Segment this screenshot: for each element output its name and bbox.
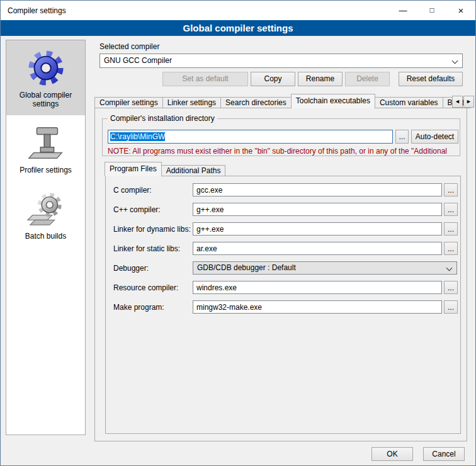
make-program-label: Make program:: [113, 303, 191, 312]
linker-dynamic-label: Linker for dynamic libs:: [113, 225, 191, 234]
maximize-button[interactable]: □: [417, 1, 446, 20]
c-compiler-input[interactable]: [193, 183, 442, 196]
compiler-settings-window: Compiler settings — □ × Global compiler …: [0, 0, 476, 466]
debugger-label: Debugger:: [113, 264, 191, 273]
linker-static-input[interactable]: [193, 242, 442, 255]
sidebar-item-label: Batch builds: [25, 232, 66, 241]
c-compiler-label: C compiler:: [113, 186, 191, 195]
linker-static-label: Linker for static libs:: [113, 244, 191, 253]
rename-button[interactable]: Rename: [298, 72, 343, 86]
sidebar-item-label: Profiler settings: [20, 166, 72, 174]
chevron-down-icon: [452, 58, 458, 64]
reset-defaults-button[interactable]: Reset defaults: [399, 72, 463, 86]
linker-static-browse-button[interactable]: ...: [444, 242, 458, 255]
set-as-default-button: Set as default: [162, 72, 248, 86]
sidebar-item-profiler-settings[interactable]: Profiler settings: [6, 115, 85, 181]
profiler-icon: [26, 123, 65, 162]
selected-compiler-label: Selected compiler: [99, 42, 159, 51]
installation-directory-groupbox: Compiler's installation directory C:\ray…: [102, 118, 460, 156]
close-button[interactable]: ×: [446, 1, 475, 20]
cpp-compiler-label: C++ compiler:: [113, 205, 191, 214]
sidebar-item-batch-builds[interactable]: Batch builds: [6, 181, 85, 247]
gear-gray-icon: [26, 190, 65, 229]
linker-dynamic-browse-button[interactable]: ...: [444, 222, 458, 236]
browse-directory-button[interactable]: ...: [395, 130, 409, 144]
installation-note: NOTE: All programs must exist either in …: [108, 147, 458, 156]
selected-compiler-value: GNU GCC Compiler: [104, 56, 172, 65]
cancel-button[interactable]: Cancel: [423, 447, 465, 461]
window-title: Compiler settings: [8, 6, 66, 15]
sidebar-item-label: Global compiler settings: [20, 91, 72, 108]
installation-directory-value: C:\raylib\MinGW: [110, 132, 165, 141]
make-program-browse-button[interactable]: ...: [444, 300, 458, 314]
ok-button[interactable]: OK: [371, 447, 413, 461]
program-files-tabstrip: Program Files Additional Paths: [105, 162, 225, 176]
tab-linker-settings[interactable]: Linker settings: [163, 97, 221, 108]
delete-button: Delete: [345, 72, 390, 86]
resource-compiler-label: Resource compiler:: [113, 283, 191, 292]
c-compiler-browse-button[interactable]: ...: [444, 183, 458, 196]
auto-detect-button[interactable]: Auto-detect: [411, 130, 458, 144]
titlebar: Compiler settings — □ ×: [1, 1, 475, 20]
linker-dynamic-input[interactable]: [193, 222, 442, 236]
tab-additional-paths[interactable]: Additional Paths: [162, 165, 226, 176]
installation-directory-input[interactable]: C:\raylib\MinGW: [108, 130, 393, 144]
copy-button[interactable]: Copy: [251, 72, 295, 86]
debugger-combobox[interactable]: GDB/CDB debugger : Default: [193, 261, 457, 275]
tab-search-directories[interactable]: Search directories: [221, 97, 292, 108]
tab-scroll-right-button[interactable]: ►: [463, 96, 474, 108]
program-files-panel: C compiler: ... C++ compiler: ... Linker…: [105, 176, 461, 434]
tab-custom-variables[interactable]: Custom variables: [375, 97, 443, 108]
tab-program-files[interactable]: Program Files: [105, 162, 162, 176]
settings-sidebar: Global compiler settings Profiler settin…: [6, 40, 86, 435]
chevron-down-icon: [446, 265, 453, 271]
sidebar-item-global-compiler-settings[interactable]: Global compiler settings: [6, 40, 85, 115]
minimize-button[interactable]: —: [388, 1, 417, 20]
debugger-value: GDB/CDB debugger : Default: [197, 263, 296, 272]
resource-compiler-input[interactable]: [193, 281, 442, 294]
make-program-input[interactable]: [193, 300, 442, 314]
gear-blue-icon: [26, 48, 65, 88]
dialog-header: Global compiler settings: [1, 20, 475, 36]
tab-scroll-left-button[interactable]: ◄: [452, 96, 463, 108]
installation-directory-legend: Compiler's installation directory: [108, 114, 217, 123]
tab-toolchain-executables[interactable]: Toolchain executables: [291, 94, 375, 108]
cpp-compiler-browse-button[interactable]: ...: [444, 203, 458, 216]
cpp-compiler-input[interactable]: [193, 203, 442, 216]
resource-compiler-browse-button[interactable]: ...: [444, 281, 458, 294]
main-tabstrip: Compiler settings Linker settings Search…: [94, 94, 471, 108]
selected-compiler-combobox[interactable]: GNU GCC Compiler: [99, 54, 463, 68]
tab-compiler-settings[interactable]: Compiler settings: [94, 97, 163, 108]
